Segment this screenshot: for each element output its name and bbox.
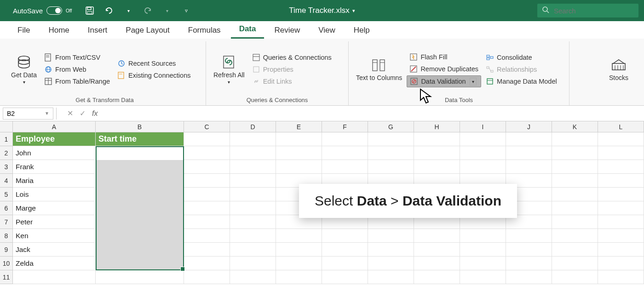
- cell[interactable]: [230, 243, 276, 257]
- cell[interactable]: [96, 229, 184, 243]
- cell[interactable]: [414, 257, 460, 270]
- tab-view[interactable]: View: [310, 22, 344, 39]
- cell[interactable]: [96, 174, 184, 188]
- cell[interactable]: Peter: [13, 215, 96, 229]
- cell[interactable]: [184, 243, 230, 257]
- cell[interactable]: [184, 160, 230, 174]
- cell[interactable]: [276, 257, 322, 270]
- column-header[interactable]: A: [13, 121, 96, 132]
- undo-dropdown-icon[interactable]: ▾: [123, 6, 133, 16]
- select-all-corner[interactable]: [0, 121, 13, 132]
- row-header[interactable]: 2: [0, 146, 13, 160]
- cell[interactable]: [552, 188, 598, 201]
- cell[interactable]: [598, 174, 644, 188]
- cell[interactable]: [276, 229, 322, 243]
- cell[interactable]: Start time: [96, 132, 184, 146]
- cell[interactable]: [460, 270, 506, 284]
- cell[interactable]: [460, 132, 506, 146]
- row-header[interactable]: 8: [0, 229, 13, 243]
- cell[interactable]: [230, 132, 276, 146]
- column-header[interactable]: J: [506, 121, 552, 132]
- name-box[interactable]: B2 ▼: [3, 108, 53, 120]
- chevron-down-icon[interactable]: ▾: [470, 78, 477, 86]
- flash-fill-button[interactable]: Flash Fill: [407, 51, 481, 63]
- consolidate-button[interactable]: Consolidate: [483, 52, 560, 63]
- remove-duplicates-button[interactable]: Remove Duplicates: [407, 63, 481, 74]
- cell[interactable]: [552, 146, 598, 160]
- cell[interactable]: [322, 270, 368, 284]
- cell[interactable]: [230, 215, 276, 229]
- cell[interactable]: [414, 146, 460, 160]
- cell[interactable]: [96, 257, 184, 270]
- from-table-range-button[interactable]: From Table/Range: [41, 76, 113, 87]
- cell[interactable]: [460, 160, 506, 174]
- cell[interactable]: [552, 132, 598, 146]
- cell[interactable]: [368, 146, 414, 160]
- cell[interactable]: [184, 188, 230, 201]
- cell[interactable]: [506, 257, 552, 270]
- cell[interactable]: [96, 243, 184, 257]
- cell[interactable]: [598, 132, 644, 146]
- from-web-button[interactable]: From Web: [41, 64, 113, 75]
- cell[interactable]: [230, 257, 276, 270]
- cell[interactable]: [414, 160, 460, 174]
- cell[interactable]: [322, 257, 368, 270]
- cell[interactable]: [552, 215, 598, 229]
- cell[interactable]: [276, 146, 322, 160]
- cell[interactable]: Ken: [13, 229, 96, 243]
- cell[interactable]: [276, 270, 322, 284]
- cell[interactable]: [230, 201, 276, 215]
- cell[interactable]: [598, 188, 644, 201]
- cell[interactable]: [368, 160, 414, 174]
- search-input[interactable]: [554, 7, 641, 15]
- redo-dropdown-icon[interactable]: ▾: [162, 6, 172, 16]
- cell[interactable]: [184, 201, 230, 215]
- manage-data-model-button[interactable]: Manage Data Model: [483, 76, 560, 87]
- cell[interactable]: [414, 132, 460, 146]
- tab-review[interactable]: Review: [266, 22, 308, 39]
- cell[interactable]: [598, 270, 644, 284]
- cell[interactable]: [460, 243, 506, 257]
- tab-data[interactable]: Data: [231, 21, 264, 39]
- cell[interactable]: [598, 160, 644, 174]
- cell[interactable]: [552, 257, 598, 270]
- cell[interactable]: [506, 270, 552, 284]
- cell[interactable]: [276, 160, 322, 174]
- cell[interactable]: [368, 243, 414, 257]
- cell[interactable]: [276, 132, 322, 146]
- title-dropdown-icon[interactable]: ▾: [352, 8, 355, 14]
- column-header[interactable]: B: [96, 121, 184, 132]
- cell[interactable]: Jack: [13, 243, 96, 257]
- cell[interactable]: [506, 132, 552, 146]
- cell[interactable]: [460, 229, 506, 243]
- cell[interactable]: [552, 243, 598, 257]
- fx-icon[interactable]: fx: [92, 109, 98, 118]
- row-header[interactable]: 5: [0, 188, 13, 201]
- toggle-switch-icon[interactable]: [46, 6, 62, 15]
- autosave-toggle[interactable]: AutoSave Off: [13, 6, 72, 15]
- cell[interactable]: [368, 257, 414, 270]
- cell[interactable]: [96, 215, 184, 229]
- cell[interactable]: [460, 257, 506, 270]
- row-header[interactable]: 9: [0, 243, 13, 257]
- cell[interactable]: [368, 270, 414, 284]
- get-data-button[interactable]: Get Data ▾: [8, 42, 40, 97]
- search-box[interactable]: [537, 4, 638, 17]
- cell[interactable]: Maria: [13, 174, 96, 188]
- column-header[interactable]: F: [322, 121, 368, 132]
- cell[interactable]: [414, 229, 460, 243]
- cell[interactable]: [230, 188, 276, 201]
- cell[interactable]: [552, 201, 598, 215]
- cancel-icon[interactable]: ✕: [67, 109, 73, 118]
- cell[interactable]: [506, 160, 552, 174]
- cell[interactable]: [230, 270, 276, 284]
- save-icon[interactable]: [85, 6, 95, 16]
- cell[interactable]: [230, 146, 276, 160]
- column-header[interactable]: H: [414, 121, 460, 132]
- cell[interactable]: [414, 243, 460, 257]
- column-header[interactable]: I: [460, 121, 506, 132]
- row-header[interactable]: 6: [0, 201, 13, 215]
- cell[interactable]: [460, 146, 506, 160]
- cell[interactable]: [230, 160, 276, 174]
- cell[interactable]: [184, 146, 230, 160]
